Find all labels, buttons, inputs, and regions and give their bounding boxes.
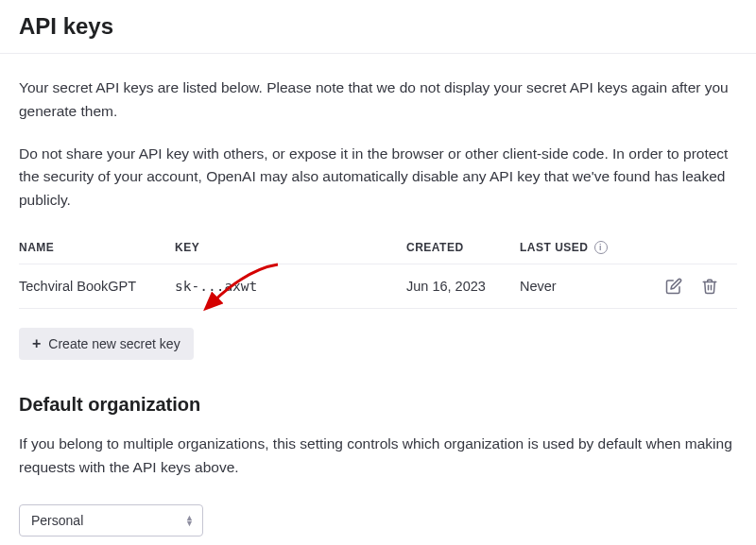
key-created-cell: Jun 16, 2023	[406, 279, 520, 294]
col-header-name: NAME	[19, 241, 175, 254]
plus-icon: +	[32, 336, 41, 351]
col-header-created: CREATED	[406, 241, 520, 254]
title-divider	[0, 53, 756, 54]
col-header-key: KEY	[175, 241, 406, 254]
intro-paragraph-2: Do not share your API key with others, o…	[19, 143, 737, 213]
api-keys-table: NAME KEY CREATED LAST USED i Techviral B…	[19, 231, 737, 309]
key-lastused-cell: Never	[520, 279, 641, 294]
default-org-title: Default organization	[19, 394, 737, 416]
page-title: API keys	[19, 0, 737, 53]
trash-icon	[701, 278, 718, 295]
pencil-icon	[665, 278, 682, 295]
key-name-cell: Techviral BookGPT	[19, 279, 175, 294]
info-icon[interactable]: i	[594, 241, 608, 254]
table-header-row: NAME KEY CREATED LAST USED i	[19, 231, 737, 264]
org-select[interactable]: Personal	[19, 504, 203, 536]
create-secret-key-button[interactable]: + Create new secret key	[19, 328, 194, 360]
create-key-label: Create new secret key	[48, 336, 180, 351]
org-select-wrap: Personal ▲▼	[19, 504, 203, 536]
col-header-lastused: LAST USED i	[520, 241, 641, 254]
default-org-text: If you belong to multiple organizations,…	[19, 433, 737, 480]
edit-key-button[interactable]	[663, 276, 684, 297]
table-row: Techviral BookGPT sk-...axwt Jun 16, 202…	[19, 264, 737, 309]
delete-key-button[interactable]	[699, 276, 720, 297]
key-value-cell: sk-...axwt	[175, 279, 406, 294]
lastused-label: LAST USED	[520, 241, 589, 254]
intro-paragraph-1: Your secret API keys are listed below. P…	[19, 77, 737, 124]
